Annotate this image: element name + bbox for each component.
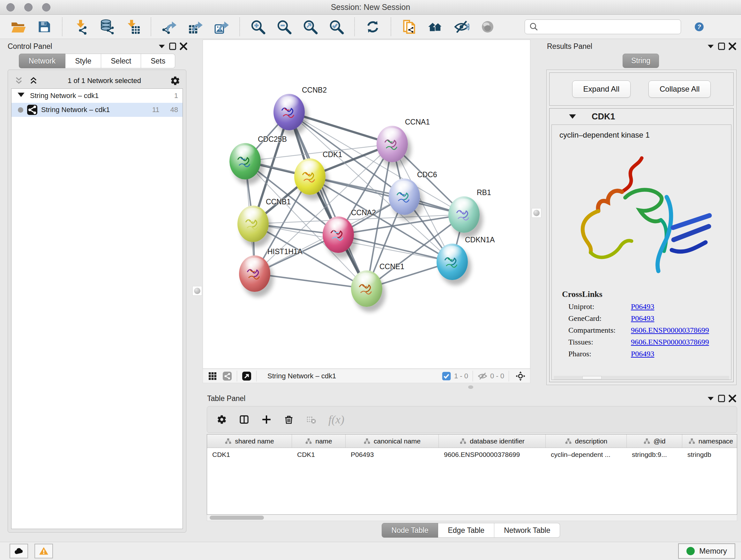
entry-header[interactable]: CDK1 — [549, 109, 733, 125]
network-collection-row[interactable]: String Network – cdk1 1 — [11, 89, 183, 103]
results-hscroll[interactable] — [554, 376, 729, 380]
tab-string[interactable]: String — [623, 54, 659, 68]
minimize-window-button[interactable] — [24, 3, 32, 11]
crosslink-link[interactable]: P06493 — [631, 302, 654, 311]
column-header-shared-name[interactable]: shared name — [207, 435, 292, 448]
network-node-ccne1[interactable] — [351, 270, 382, 307]
table-cell[interactable]: CDK1 — [207, 448, 292, 461]
table-hscroll-thumb[interactable] — [210, 516, 264, 520]
table-cell[interactable]: cyclin–dependent ... — [546, 448, 627, 461]
close-window-button[interactable] — [6, 3, 15, 11]
save-session-button[interactable] — [35, 18, 53, 36]
tab-node-table[interactable]: Node Table — [382, 523, 439, 538]
export-image-button[interactable] — [212, 18, 230, 36]
network-node-hist1h1a[interactable] — [239, 255, 270, 292]
grid-view-icon[interactable] — [207, 371, 218, 381]
crosslink-link[interactable]: P06493 — [631, 314, 654, 323]
table-cell[interactable]: stringdb — [682, 448, 737, 461]
show-all-button[interactable] — [479, 18, 496, 36]
import-network-button[interactable] — [71, 18, 89, 36]
open-session-button[interactable] — [9, 18, 27, 36]
zoom-in-button[interactable] — [249, 18, 267, 36]
export-table-button[interactable] — [186, 18, 204, 36]
column-header-description[interactable]: description — [546, 435, 627, 448]
tab-style[interactable]: Style — [65, 54, 101, 68]
import-from-database-button[interactable] — [98, 18, 116, 36]
hide-selected-button[interactable] — [453, 18, 470, 36]
refresh-button[interactable] — [364, 18, 382, 36]
panel-float-button[interactable] — [167, 42, 178, 51]
selected-checkbox-icon[interactable] — [441, 371, 452, 381]
network-node-cdkn1a[interactable] — [436, 244, 468, 280]
network-node-ccnb2[interactable] — [273, 94, 305, 130]
column-header-namespace[interactable]: namespace — [682, 435, 737, 448]
tab-network[interactable]: Network — [19, 54, 65, 68]
column-header-database-identifier[interactable]: database identifier — [439, 435, 546, 448]
network-edges[interactable] — [203, 40, 530, 368]
network-node-ccna2[interactable] — [323, 216, 354, 253]
zoom-fit-button[interactable] — [301, 18, 319, 36]
search-input[interactable] — [542, 23, 677, 31]
warnings-button[interactable] — [35, 544, 53, 558]
network-node-cdc25b[interactable] — [229, 143, 261, 179]
delete-column-icon[interactable] — [284, 415, 294, 425]
search-box[interactable] — [525, 19, 681, 34]
memory-button[interactable]: Memory — [678, 543, 735, 559]
tab-edge-table[interactable]: Edge Table — [438, 523, 494, 538]
network-node-ccna1[interactable] — [377, 126, 408, 162]
panel-close-button[interactable] — [178, 42, 189, 51]
column-header-name[interactable]: name — [292, 435, 346, 448]
panel-collapse-button[interactable] — [156, 42, 167, 51]
panel-float-button[interactable] — [716, 394, 727, 403]
panel-close-button[interactable] — [727, 394, 738, 403]
column-header--id[interactable]: @id — [627, 435, 682, 448]
export-network-button[interactable] — [160, 18, 178, 36]
crosslink-link[interactable]: 9606.ENSP00000378699 — [631, 338, 709, 347]
table-cell[interactable]: 9606.ENSP00000378699 — [439, 448, 546, 461]
maximize-window-button[interactable] — [42, 3, 51, 11]
cloud-status-button[interactable] — [10, 544, 28, 558]
tab-sets[interactable]: Sets — [141, 54, 175, 68]
tab-select[interactable]: Select — [101, 54, 141, 68]
network-row[interactable]: String Network – cdk1 11 48 — [11, 103, 183, 117]
zoom-out-button[interactable] — [275, 18, 293, 36]
table-row[interactable]: CDK1CDK1P064939606.ENSP00000378699cyclin… — [207, 448, 737, 461]
network-view-canvas[interactable]: CCNB2 CCNA1 CDC25B CDK1 CDC6 RB1 CCNB1 C… — [203, 40, 530, 369]
import-table-button[interactable] — [124, 18, 142, 36]
right-splitter-handle[interactable] — [532, 208, 541, 218]
network-node-ccnb1[interactable] — [238, 206, 269, 242]
left-splitter-handle[interactable] — [192, 286, 202, 296]
collapse-all-button[interactable]: Collapse All — [649, 80, 711, 98]
tree-expand-caret[interactable] — [16, 90, 26, 102]
table-cell[interactable]: CDK1 — [292, 448, 346, 461]
zoom-selected-button[interactable] — [327, 18, 345, 36]
panel-close-button[interactable] — [727, 42, 738, 51]
add-column-icon[interactable] — [261, 415, 272, 425]
help-button[interactable]: ? — [692, 19, 706, 34]
network-node-cdc6[interactable] — [389, 179, 420, 215]
panel-float-button[interactable] — [716, 42, 727, 51]
table-settings-icon[interactable] — [217, 415, 227, 425]
panel-collapse-button[interactable] — [705, 394, 716, 403]
hidden-eye-icon[interactable] — [477, 371, 488, 381]
table-cell[interactable]: P06493 — [346, 448, 439, 461]
string-network-badge-icon[interactable] — [222, 371, 232, 381]
show-columns-icon[interactable] — [239, 415, 249, 425]
collapse-all-icon[interactable] — [14, 76, 24, 86]
bottom-splitter-handle[interactable] — [468, 385, 473, 389]
birdseye-navigator-icon[interactable] — [515, 371, 526, 381]
table-cell[interactable]: stringdb:9... — [627, 448, 682, 461]
network-node-cdk1[interactable] — [294, 159, 326, 195]
crosslink-link[interactable]: 9606.ENSP00000378699 — [631, 326, 709, 334]
network-node-rb1[interactable] — [448, 196, 480, 233]
open-external-icon[interactable] — [242, 371, 252, 381]
crosslink-link[interactable]: P06493 — [631, 350, 654, 358]
first-neighbors-button[interactable] — [426, 18, 444, 36]
table-hscrollbar[interactable] — [207, 515, 737, 521]
gear-icon[interactable] — [170, 76, 180, 86]
panel-collapse-button[interactable] — [705, 42, 716, 51]
expand-all-button[interactable]: Expand All — [572, 80, 630, 98]
node-table[interactable]: shared namenamecanonical namedatabase id… — [207, 434, 737, 515]
column-header-canonical-name[interactable]: canonical name — [346, 435, 439, 448]
tab-network-table[interactable]: Network Table — [494, 523, 560, 538]
